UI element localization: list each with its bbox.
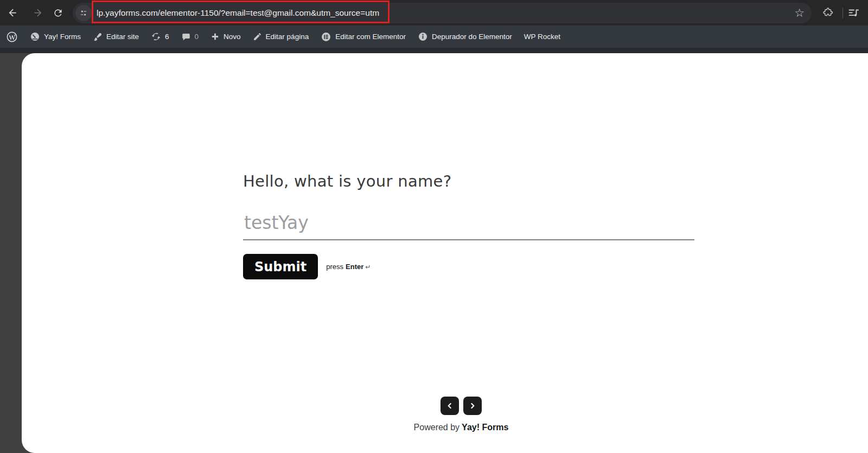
previous-question-button[interactable] [441,397,459,415]
form-pagination [441,397,482,415]
extensions-puzzle-icon [823,8,834,18]
update-icon [151,31,161,42]
extensions-button[interactable] [819,4,838,22]
admin-bar-item-yay-forms[interactable]: Yay! Forms [24,25,87,48]
enter-key-icon: ↵ [365,263,371,271]
bookmark-star-icon[interactable]: ☆ [794,7,805,18]
reading-list-icon [848,8,861,18]
submit-row: Submit pressEnter↵ [243,254,371,279]
chevron-left-icon [445,401,454,410]
site-settings-icon [79,9,88,17]
side-panel-button[interactable] [848,4,861,22]
page-background: Hello, what is your name? Submit pressEn… [0,53,868,453]
admin-bar-label: Editar página [266,33,309,41]
name-input[interactable] [243,212,694,240]
admin-bar-comment-count: 0 [195,33,199,41]
admin-bar-item-updates[interactable]: 6 [145,25,175,48]
form-page: Hello, what is your name? Submit pressEn… [22,53,868,453]
forward-button[interactable] [28,4,47,22]
wp-admin-bar: Yay! Forms Editar site 6 0 Novo Editar p [0,25,868,48]
admin-bar-item-wp-rocket[interactable]: WP Rocket [518,25,566,48]
info-icon [418,31,428,42]
admin-bar-item-wordpress[interactable] [0,25,24,48]
admin-bar-item-editar-site[interactable]: Editar site [87,25,145,48]
plus-icon [210,32,220,41]
admin-bar-label: Editar com Elementor [335,33,406,41]
back-button[interactable] [3,4,22,22]
url-text[interactable]: lp.yayforms.com/elementor-1150/?email=te… [97,8,379,18]
chevron-right-icon [468,401,477,410]
comment-icon [181,32,191,42]
toolbar-separator [843,8,843,18]
admin-bar-item-novo[interactable]: Novo [205,25,247,48]
powered-by-credit[interactable]: Powered byYay! Forms [414,423,509,432]
wordpress-logo-icon [6,31,18,43]
url-bar[interactable]: lp.yayforms.com/elementor-1150/?email=te… [73,3,812,23]
reload-button[interactable] [49,4,67,22]
admin-bar-label: Novo [224,33,241,41]
admin-bar-item-comments[interactable]: 0 [175,25,205,48]
pencil-icon [253,32,262,41]
browser-toolbar: lp.yayforms.com/elementor-1150/?email=te… [0,0,868,25]
back-arrow-icon [7,7,18,18]
reload-icon [53,8,63,18]
elementor-icon [321,31,331,42]
admin-bar-label: WP Rocket [524,33,560,41]
forward-arrow-icon [32,7,43,18]
gauge-icon [30,31,40,42]
content-top-band [0,48,868,53]
site-settings-chip[interactable] [75,5,92,21]
admin-bar-item-editar-com-elementor[interactable]: Editar com Elementor [315,25,412,48]
submit-button[interactable]: Submit [243,254,318,279]
admin-bar-item-depurador[interactable]: Depurador do Elementor [412,25,518,48]
admin-bar-label: Editar site [106,33,139,41]
admin-bar-label: Depurador do Elementor [432,33,512,41]
admin-bar-label: Yay! Forms [44,33,81,41]
admin-bar-update-count: 6 [165,33,169,41]
powered-by-brand: Yay! Forms [462,423,508,432]
brush-icon [93,32,103,42]
form-question: Hello, what is your name? [243,172,451,190]
next-question-button[interactable] [463,397,482,415]
press-enter-hint: pressEnter↵ [326,263,371,271]
admin-bar-item-editar-pagina[interactable]: Editar página [247,25,315,48]
